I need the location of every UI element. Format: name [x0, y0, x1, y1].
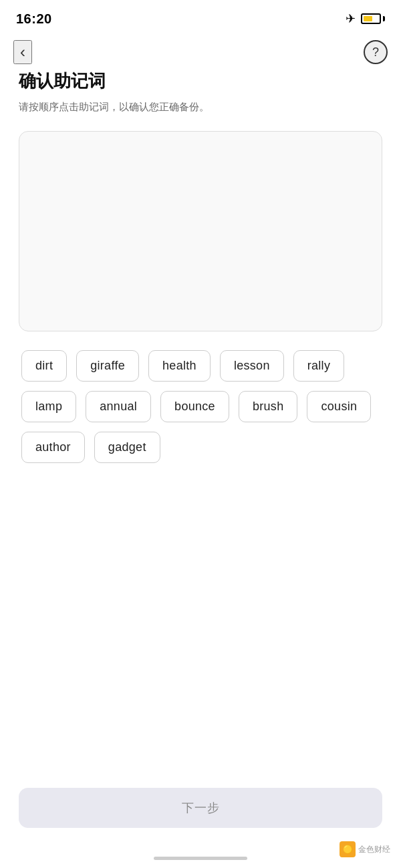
- bottom-area: 下一步: [19, 788, 382, 828]
- page-content: 确认助记词 请按顺序点击助记词，以确认您正确备份。 dirtgiraffehea…: [0, 69, 401, 463]
- back-button[interactable]: ‹: [13, 40, 32, 64]
- word-btn-brush[interactable]: brush: [239, 391, 298, 422]
- page-subtitle: 请按顺序点击助记词，以确认您正确备份。: [19, 100, 382, 115]
- watermark: 🟡 金色财经: [340, 841, 390, 857]
- word-btn-rally[interactable]: rally: [293, 350, 345, 382]
- word-btn-lamp[interactable]: lamp: [21, 391, 76, 422]
- word-btn-dirt[interactable]: dirt: [21, 350, 67, 382]
- word-btn-health[interactable]: health: [148, 350, 211, 382]
- word-btn-annual[interactable]: annual: [86, 391, 151, 422]
- word-btn-bounce[interactable]: bounce: [160, 391, 229, 422]
- word-btn-cousin[interactable]: cousin: [307, 391, 371, 422]
- next-button[interactable]: 下一步: [19, 788, 382, 828]
- battery-icon: [361, 13, 385, 24]
- status-icons: ✈: [346, 11, 385, 26]
- watermark-text: 金色财经: [358, 844, 390, 855]
- selection-area: [19, 131, 382, 331]
- words-container: dirtgiraffehealthlessonrallylampannualbo…: [19, 350, 382, 463]
- status-bar: 16:20 ✈: [0, 0, 401, 35]
- help-button[interactable]: ?: [364, 40, 388, 64]
- airplane-icon: ✈: [346, 11, 356, 26]
- word-btn-giraffe[interactable]: giraffe: [76, 350, 139, 382]
- page-title: 确认助记词: [19, 69, 382, 93]
- word-btn-gadget[interactable]: gadget: [94, 432, 160, 463]
- word-btn-author[interactable]: author: [21, 432, 85, 463]
- home-indicator: [154, 857, 247, 860]
- word-btn-lesson[interactable]: lesson: [220, 350, 284, 382]
- status-time: 16:20: [16, 11, 52, 27]
- watermark-logo-text: 🟡: [343, 845, 353, 854]
- watermark-logo: 🟡: [340, 841, 356, 857]
- nav-bar: ‹ ?: [0, 35, 401, 69]
- battery-tip: [383, 16, 385, 21]
- battery-fill: [364, 16, 372, 21]
- battery-body: [361, 13, 381, 24]
